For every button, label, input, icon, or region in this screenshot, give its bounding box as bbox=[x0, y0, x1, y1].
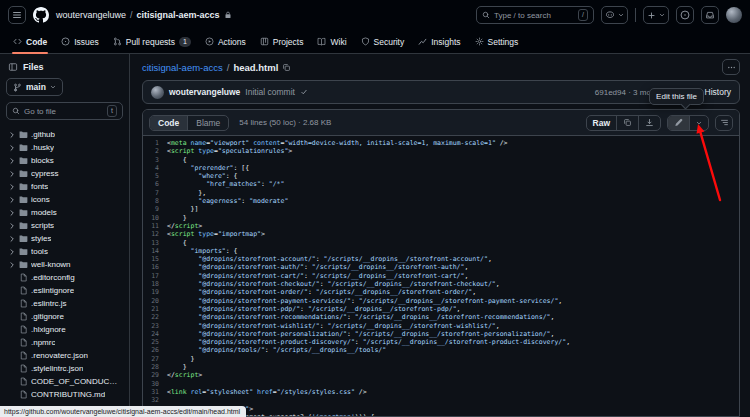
tree-indent bbox=[8, 365, 16, 373]
tree-item-scripts[interactable]: scripts bbox=[6, 219, 123, 232]
global-search-input[interactable]: Type / to search / bbox=[476, 6, 594, 24]
copy-raw-button[interactable] bbox=[616, 116, 638, 130]
tree-item-tools[interactable]: tools bbox=[6, 245, 123, 258]
line-number[interactable]: 25 bbox=[143, 338, 167, 346]
line-number[interactable]: 20 bbox=[143, 297, 167, 305]
edit-dropdown-button[interactable] bbox=[689, 116, 708, 130]
line-number[interactable]: 8 bbox=[143, 197, 167, 205]
commit-author[interactable]: woutervangeluwe bbox=[169, 87, 240, 97]
tree-item-cypress[interactable]: cypress bbox=[6, 167, 123, 180]
line-number[interactable]: 30 bbox=[143, 380, 167, 388]
user-avatar[interactable] bbox=[726, 7, 742, 23]
copilot-button[interactable] bbox=[601, 6, 628, 24]
line-number[interactable]: 27 bbox=[143, 355, 167, 363]
settings-icon bbox=[475, 37, 484, 46]
tree-item-.hlxignore[interactable]: .hlxignore bbox=[6, 323, 123, 336]
symbols-panel-button[interactable] bbox=[715, 115, 733, 131]
line-number[interactable]: 5 bbox=[143, 172, 167, 180]
code-blame-toggle: Code Blame bbox=[149, 115, 229, 131]
create-new-button[interactable] bbox=[643, 6, 669, 24]
line-number[interactable]: 22 bbox=[143, 313, 167, 321]
line-number[interactable]: 2 bbox=[143, 147, 167, 155]
tab-insights[interactable]: Insights bbox=[411, 30, 467, 53]
hamburger-menu-button[interactable] bbox=[8, 6, 26, 24]
tree-item-well-known[interactable]: well-known bbox=[6, 258, 123, 271]
tree-item-blocks[interactable]: blocks bbox=[6, 154, 123, 167]
copy-path-button[interactable] bbox=[282, 63, 291, 72]
issue-opened-icon bbox=[680, 10, 690, 20]
tree-item-.eslintignore[interactable]: .eslintignore bbox=[6, 284, 123, 297]
tree-item-CODE_OF_CONDUCT.md[interactable]: CODE_OF_CONDUCT.md bbox=[6, 375, 123, 388]
raw-button[interactable]: Raw bbox=[587, 116, 616, 130]
line-content: "@dropins/storefront-cart/": "/scripts/_… bbox=[167, 272, 468, 280]
collapse-sidebar-icon[interactable] bbox=[8, 62, 18, 72]
line-number[interactable]: 4 bbox=[143, 164, 167, 172]
tab-security[interactable]: Security bbox=[354, 30, 412, 53]
line-number[interactable]: 9 bbox=[143, 205, 167, 213]
tree-item-styles[interactable]: styles bbox=[6, 232, 123, 245]
download-button[interactable] bbox=[638, 116, 660, 130]
line-number[interactable]: 6 bbox=[143, 180, 167, 188]
line-number[interactable]: 12 bbox=[143, 230, 167, 238]
tree-item-models[interactable]: models bbox=[6, 206, 123, 219]
line-number[interactable]: 26 bbox=[143, 346, 167, 354]
tab-code-view[interactable]: Code bbox=[150, 116, 187, 130]
insights-icon bbox=[418, 37, 427, 46]
tree-item-icons[interactable]: icons bbox=[6, 193, 123, 206]
line-number[interactable]: 28 bbox=[143, 363, 167, 371]
tab-blame-view[interactable]: Blame bbox=[187, 116, 228, 130]
line-number[interactable]: 17 bbox=[143, 272, 167, 280]
tab-code[interactable]: Code bbox=[6, 30, 54, 53]
line-number[interactable]: 7 bbox=[143, 189, 167, 197]
tree-item-.github[interactable]: .github bbox=[6, 128, 123, 141]
line-number[interactable]: 18 bbox=[143, 280, 167, 288]
line-number[interactable]: 16 bbox=[143, 263, 167, 271]
line-number[interactable]: 15 bbox=[143, 255, 167, 263]
branch-selector[interactable]: main bbox=[6, 78, 63, 96]
line-number[interactable]: 1 bbox=[143, 139, 167, 147]
notifications-button[interactable] bbox=[701, 6, 719, 24]
tree-item-.editorconfig[interactable]: .editorconfig bbox=[6, 271, 123, 284]
line-number[interactable]: 32 bbox=[143, 396, 167, 404]
line-number[interactable]: 14 bbox=[143, 247, 167, 255]
issues-button[interactable] bbox=[676, 6, 694, 24]
line-number[interactable]: 19 bbox=[143, 288, 167, 296]
line-number[interactable]: 21 bbox=[143, 305, 167, 313]
commit-message[interactable]: Initial commit bbox=[245, 87, 295, 97]
breadcrumb-owner-link[interactable]: woutervangeluwe bbox=[56, 10, 126, 20]
edit-file-button[interactable] bbox=[668, 116, 689, 130]
tab-projects[interactable]: Projects bbox=[253, 30, 311, 53]
tab-wiki[interactable]: Wiki bbox=[310, 30, 353, 53]
breadcrumb-repo-root-link[interactable]: citisignal-aem-accs bbox=[142, 62, 223, 73]
tab-actions[interactable]: Actions bbox=[198, 30, 253, 53]
tree-item-CONTRIBUTING.md[interactable]: CONTRIBUTING.md bbox=[6, 388, 123, 401]
code-line: 10 } bbox=[143, 214, 739, 222]
line-number[interactable]: 11 bbox=[143, 222, 167, 230]
tree-item-fonts[interactable]: fonts bbox=[6, 180, 123, 193]
commit-check-icon[interactable] bbox=[300, 88, 308, 96]
github-logo-icon[interactable] bbox=[33, 7, 49, 23]
tree-item-.eslintrc.js[interactable]: .eslintrc.js bbox=[6, 297, 123, 310]
line-number[interactable]: 31 bbox=[143, 388, 167, 396]
file-panel-header: Code Blame 54 lines (50 loc) · 2.68 KB R… bbox=[143, 110, 739, 136]
tab-issues[interactable]: Issues bbox=[54, 30, 106, 53]
tree-item-.renovaterc.json[interactable]: .renovaterc.json bbox=[6, 349, 123, 362]
tree-item-.gitignore[interactable]: .gitignore bbox=[6, 310, 123, 323]
line-number[interactable]: 23 bbox=[143, 322, 167, 330]
tree-item-.husky[interactable]: .husky bbox=[6, 141, 123, 154]
line-number[interactable]: 3 bbox=[143, 156, 167, 164]
go-to-file-input[interactable]: Go to file t bbox=[6, 102, 123, 120]
line-number[interactable]: 24 bbox=[143, 330, 167, 338]
commit-author-avatar[interactable] bbox=[151, 86, 164, 99]
tab-pull-requests[interactable]: Pull requests1 bbox=[106, 30, 198, 53]
tree-item-.npmrc[interactable]: .npmrc bbox=[6, 336, 123, 349]
tree-item-.stylelintrc.json[interactable]: .stylelintrc.json bbox=[6, 362, 123, 375]
more-options-button[interactable] bbox=[722, 59, 740, 75]
lock-icon bbox=[224, 11, 232, 19]
tab-settings[interactable]: Settings bbox=[468, 30, 526, 53]
line-number[interactable]: 10 bbox=[143, 214, 167, 222]
breadcrumb-repo-link[interactable]: citisignal-aem-accs bbox=[137, 10, 220, 20]
line-number[interactable]: 29 bbox=[143, 371, 167, 379]
pencil-icon bbox=[674, 118, 683, 127]
line-number[interactable]: 13 bbox=[143, 239, 167, 247]
